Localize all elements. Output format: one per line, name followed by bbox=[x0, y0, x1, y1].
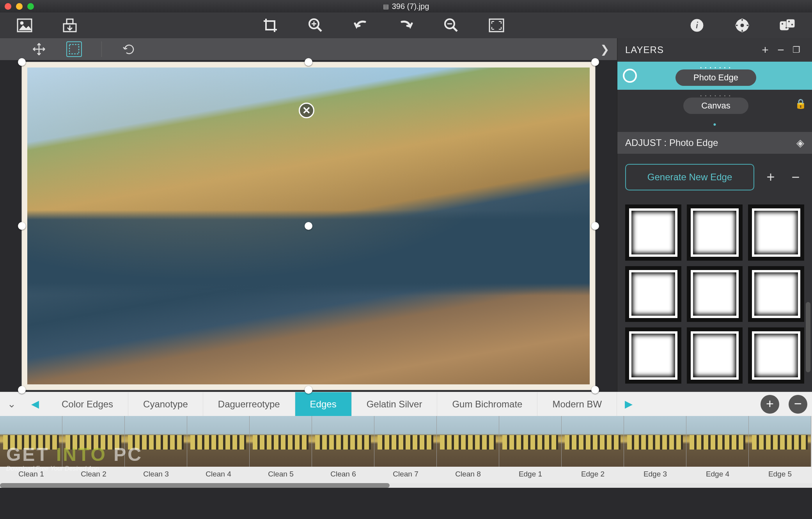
preset-thumbnail[interactable]: Edge 2 bbox=[562, 416, 624, 483]
preset-thumbnail[interactable]: Clean 1 bbox=[0, 416, 62, 483]
adjust-options-icon[interactable]: ◈ bbox=[796, 137, 804, 149]
edge-preset[interactable] bbox=[748, 204, 804, 261]
preset-thumbnail-label: Edge 1 bbox=[499, 467, 562, 482]
settings-button[interactable] bbox=[733, 16, 751, 34]
canvas-toolbar: ❯ bbox=[0, 38, 617, 60]
layer-row-photo-edge[interactable]: • • • • • • • Photo Edge bbox=[617, 62, 812, 90]
rotate-tool-button[interactable] bbox=[121, 41, 137, 57]
preset-thumbnail[interactable]: Clean 2 bbox=[62, 416, 125, 483]
preset-thumbnail-image bbox=[312, 416, 374, 467]
undo-button[interactable] bbox=[352, 16, 370, 34]
open-image-button[interactable] bbox=[16, 16, 34, 34]
category-tab-cyanotype[interactable]: Cyanotype bbox=[128, 392, 203, 416]
category-tab-gelatin-silver[interactable]: Gelatin Silver bbox=[352, 392, 438, 416]
canvas-frame[interactable]: ✕ bbox=[22, 62, 595, 390]
toolbar-divider bbox=[101, 41, 102, 57]
preset-thumbnail-label: Edge 4 bbox=[686, 467, 749, 482]
crop-button[interactable] bbox=[261, 16, 279, 34]
resize-handle-br[interactable] bbox=[591, 386, 599, 394]
remove-layer-button[interactable]: − bbox=[773, 43, 789, 57]
edge-preset[interactable] bbox=[748, 266, 804, 322]
preset-thumbnail[interactable]: Clean 7 bbox=[374, 416, 437, 483]
layer-name[interactable]: Photo Edge bbox=[675, 69, 756, 86]
category-tab-edges[interactable]: Edges bbox=[295, 392, 352, 416]
preset-thumbnail[interactable]: Clean 6 bbox=[312, 416, 374, 483]
edge-add-button[interactable]: + bbox=[762, 169, 779, 185]
zoom-in-button[interactable] bbox=[307, 16, 324, 34]
preset-thumbnail[interactable]: Clean 5 bbox=[250, 416, 312, 483]
resize-handle-t[interactable] bbox=[305, 58, 312, 66]
document-icon: ▤ bbox=[383, 3, 389, 10]
add-layer-button[interactable]: + bbox=[757, 43, 773, 57]
preset-thumbnail[interactable]: Edge 4 bbox=[686, 416, 749, 483]
layer-row-canvas[interactable]: • • • • • • • Canvas 🔒 bbox=[617, 90, 812, 118]
preset-thumbnail-label: Edge 3 bbox=[624, 467, 686, 482]
edge-remove-button[interactable]: − bbox=[787, 169, 804, 185]
center-handle[interactable] bbox=[305, 222, 312, 230]
category-tab-gum-bichromate[interactable]: Gum Bichromate bbox=[437, 392, 537, 416]
edge-preset[interactable] bbox=[687, 266, 743, 322]
preset-thumbnail-label: Clean 8 bbox=[437, 467, 499, 482]
resize-handle-r[interactable] bbox=[591, 222, 599, 230]
svg-point-17 bbox=[785, 27, 787, 29]
preset-thumbnail[interactable]: Edge 1 bbox=[499, 416, 562, 483]
generate-edge-button[interactable]: Generate New Edge bbox=[625, 164, 754, 190]
category-tab-modern-bw[interactable]: Modern BW bbox=[537, 392, 617, 416]
resize-handle-b[interactable] bbox=[305, 386, 312, 394]
horizontal-scrollbar[interactable] bbox=[0, 483, 812, 488]
zoom-thumbnails-in-button[interactable]: + bbox=[761, 395, 779, 414]
preset-thumbnail-label: Clean 3 bbox=[125, 467, 187, 482]
svg-rect-12 bbox=[736, 25, 738, 26]
layer-lock-icon[interactable]: 🔒 bbox=[795, 98, 807, 109]
layers-title: LAYERS bbox=[625, 44, 757, 55]
marquee-tool-button[interactable] bbox=[66, 41, 82, 57]
preset-thumbnail-image bbox=[686, 416, 749, 467]
edge-preset[interactable] bbox=[625, 327, 681, 384]
resize-handle-l[interactable] bbox=[18, 222, 26, 230]
resize-handle-bl[interactable] bbox=[18, 386, 26, 394]
redo-button[interactable] bbox=[397, 16, 415, 34]
info-button[interactable]: i bbox=[688, 16, 706, 34]
preset-thumbnail[interactable]: Edge 3 bbox=[624, 416, 686, 483]
drag-handle-icon[interactable]: • • • • • • • bbox=[641, 66, 791, 69]
layer-pager[interactable]: ● bbox=[617, 118, 812, 132]
scrollbar-thumb[interactable] bbox=[0, 483, 390, 488]
layer-visibility-toggle[interactable] bbox=[623, 69, 637, 83]
preset-thumbnail[interactable]: Clean 4 bbox=[187, 416, 250, 483]
category-next-button[interactable]: ▶ bbox=[617, 398, 640, 410]
edge-preset[interactable] bbox=[687, 204, 743, 261]
category-tab-color-edges[interactable]: Color Edges bbox=[47, 392, 128, 416]
resize-handle-tr[interactable] bbox=[591, 58, 599, 66]
remove-edge-button[interactable]: ✕ bbox=[299, 103, 314, 118]
preset-thumbnail-strip[interactable]: Clean 1Clean 2Clean 3Clean 4Clean 5Clean… bbox=[0, 416, 812, 483]
canvas-image[interactable]: ✕ bbox=[22, 62, 595, 390]
edge-preset[interactable] bbox=[625, 266, 681, 322]
preset-thumbnail[interactable]: Clean 8 bbox=[437, 416, 499, 483]
drag-handle-icon[interactable]: • • • • • • • bbox=[641, 94, 791, 98]
preset-thumbnail[interactable]: Edge 5 bbox=[749, 416, 811, 483]
preset-thumbnail-label: Clean 5 bbox=[250, 467, 312, 482]
zoom-thumbnails-out-button[interactable]: − bbox=[789, 395, 807, 414]
edge-preset[interactable] bbox=[625, 204, 681, 261]
category-tab-daguerreotype[interactable]: Daguerreotype bbox=[203, 392, 295, 416]
scrollbar-thumb[interactable] bbox=[806, 302, 810, 372]
randomize-button[interactable] bbox=[778, 16, 796, 34]
layer-name[interactable]: Canvas bbox=[683, 98, 748, 114]
edge-preset[interactable] bbox=[748, 327, 804, 384]
move-tool-button[interactable] bbox=[31, 41, 47, 57]
resize-handle-tl[interactable] bbox=[18, 58, 26, 66]
zoom-out-button[interactable] bbox=[442, 16, 460, 34]
preset-thumbnail-label: Clean 4 bbox=[187, 467, 250, 482]
expand-panel-button[interactable]: ❯ bbox=[600, 43, 609, 56]
save-image-button[interactable] bbox=[61, 16, 79, 34]
fit-screen-button[interactable] bbox=[488, 16, 505, 34]
edge-preset-grid bbox=[617, 201, 812, 384]
category-prev-button[interactable]: ◀ bbox=[23, 398, 47, 410]
adjust-header: ADJUST : Photo Edge ◈ bbox=[617, 132, 812, 154]
edge-preset[interactable] bbox=[687, 327, 743, 384]
collapse-categories-button[interactable]: ⌄ bbox=[0, 398, 23, 410]
canvas-area[interactable]: ✕ bbox=[0, 60, 617, 392]
preset-thumbnail[interactable]: Clean 3 bbox=[125, 416, 187, 483]
svg-rect-11 bbox=[741, 30, 743, 32]
duplicate-layer-button[interactable]: ❐ bbox=[789, 45, 804, 55]
